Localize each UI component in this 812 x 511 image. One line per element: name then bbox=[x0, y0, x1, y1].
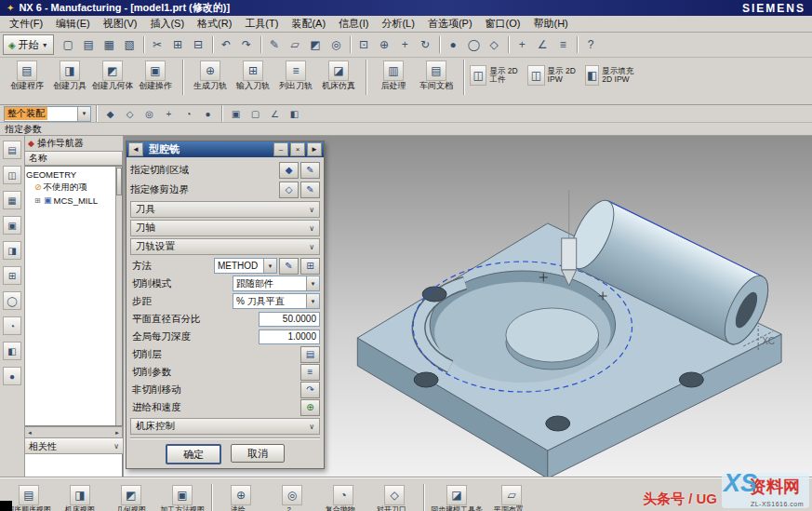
part-navigator-icon[interactable]: ▦ bbox=[3, 191, 21, 209]
wireframe-display-icon[interactable]: ◯ bbox=[464, 35, 484, 55]
feeds-and-speeds-icon[interactable]: ⊕ bbox=[300, 399, 320, 416]
create-operation-button[interactable]: ▣ 创建操作 bbox=[134, 60, 177, 90]
new-method-icon[interactable]: ⊞ bbox=[300, 258, 320, 275]
show-2d-workpiece-button[interactable]: ◫ 显示 2D 工件 bbox=[470, 60, 527, 86]
bottom-toolbar-button-10[interactable]: ▱ 平面布置... bbox=[486, 485, 537, 511]
snap-intersection-icon[interactable]: + bbox=[160, 105, 178, 122]
cut-levels-icon[interactable]: ▤ bbox=[300, 346, 320, 363]
input-toolpath-button[interactable]: ⊞ 输入刀轨 bbox=[232, 60, 274, 90]
help-icon[interactable]: ? bbox=[581, 35, 601, 55]
hole-icon[interactable]: ◎ bbox=[326, 35, 346, 55]
create-program-button[interactable]: ▤ 创建程序 bbox=[6, 60, 48, 90]
menu-file[interactable]: 文件(F) bbox=[3, 16, 49, 32]
menu-information[interactable]: 信息(I) bbox=[332, 16, 375, 32]
orient-view-icon[interactable]: ◇ bbox=[485, 35, 504, 55]
stepover-combo[interactable]: % 刀具平直 ▼ bbox=[233, 293, 320, 309]
dependencies-header[interactable]: 相关性 ∨ bbox=[25, 438, 123, 454]
wcs-dynamics-icon[interactable]: ∠ bbox=[266, 105, 284, 122]
menu-insert[interactable]: 插入(S) bbox=[143, 16, 191, 32]
snap-center-icon[interactable]: ◎ bbox=[140, 105, 158, 122]
undo-icon[interactable]: ↶ bbox=[217, 35, 236, 55]
create-tool-button[interactable]: ◨ 创建刀具 bbox=[48, 60, 91, 90]
select-trim-boundary-icon[interactable]: ◇ bbox=[279, 182, 299, 198]
dialog-back-icon[interactable]: ◄ bbox=[128, 142, 143, 156]
pan-icon[interactable]: + bbox=[395, 35, 415, 55]
dialog-forward-icon[interactable]: ► bbox=[307, 142, 322, 156]
menu-analysis[interactable]: 分析(L) bbox=[375, 16, 420, 32]
path-settings-section-header[interactable]: 刀轨设置 ∨ bbox=[130, 238, 320, 255]
menu-assemblies[interactable]: 装配(A) bbox=[285, 16, 332, 32]
roles-palette-icon[interactable]: ◧ bbox=[3, 342, 21, 360]
cut-pattern-caret-icon[interactable]: ▼ bbox=[306, 276, 319, 290]
open-file-icon[interactable]: ▤ bbox=[79, 35, 99, 55]
show-filled-2d-ipw-button[interactable]: ◧ 显示填充 2D IPW bbox=[585, 60, 643, 86]
layer-settings-icon[interactable]: ≡ bbox=[553, 35, 573, 55]
expander-icon[interactable]: ⊞ bbox=[34, 196, 42, 205]
snap-existing-point-icon[interactable]: ● bbox=[199, 105, 217, 122]
tree-vertical-scrollbar[interactable] bbox=[115, 167, 122, 425]
constraint-navigator-icon[interactable]: ◫ bbox=[3, 166, 21, 184]
menu-preferences[interactable]: 首选项(P) bbox=[421, 16, 479, 32]
edit-trim-boundary-icon[interactable]: ✎ bbox=[300, 182, 320, 198]
new-file-icon[interactable]: ▢ bbox=[59, 35, 78, 55]
cut-pattern-combo[interactable]: 跟随部件 ▼ bbox=[233, 276, 320, 291]
generate-toolpath-button[interactable]: ⊕ 生成刀轨 bbox=[189, 60, 232, 90]
tool-section-header[interactable]: 刀具 ∨ bbox=[130, 201, 320, 218]
snap-mid-icon[interactable]: ◇ bbox=[121, 105, 139, 122]
combo-caret-icon[interactable]: ▼ bbox=[77, 107, 90, 121]
bottom-toolbar-button-5[interactable]: ⊕ 进给... bbox=[216, 485, 266, 511]
machine-tool-navigator-icon[interactable]: ◨ bbox=[3, 241, 21, 260]
menu-format[interactable]: 格式(R) bbox=[191, 16, 238, 32]
reuse-library-icon[interactable]: ⊞ bbox=[3, 266, 21, 285]
show-2d-ipw-button[interactable]: ◫ 显示 2D IPW bbox=[527, 60, 585, 86]
machine-tool-view-button[interactable]: ◨ 机床视图 bbox=[55, 485, 105, 511]
snap-end-icon[interactable]: ◆ bbox=[101, 105, 119, 122]
tree-horizontal-scrollbar[interactable]: ◄ ► bbox=[25, 426, 123, 438]
menu-tools[interactable]: 工具(T) bbox=[238, 16, 285, 32]
name-column-header[interactable]: 名称 bbox=[25, 151, 123, 166]
assembly-navigator-icon[interactable]: ▤ bbox=[3, 141, 21, 159]
synchronous-modeling-toolbar-button[interactable]: ◪ 同步建模工具条 bbox=[428, 485, 486, 511]
tree-item-unused[interactable]: ⊘ 不使用的项 bbox=[26, 181, 115, 194]
graphics-window[interactable]: XC ◄ 型腔铣 – × ► 指定切削区域 ◆ ✎ bbox=[124, 136, 812, 477]
selection-scope-combo[interactable]: 整个装配 ▼ bbox=[4, 106, 91, 122]
machine-control-section-header[interactable]: 机床控制 ∨ bbox=[130, 418, 320, 435]
simulate-machine-button[interactable]: ◪ 机床仿真 bbox=[317, 60, 360, 90]
zoom-fit-icon[interactable]: ⊡ bbox=[354, 35, 374, 55]
cutting-tool-body[interactable] bbox=[562, 238, 577, 270]
sketch-icon[interactable]: ✎ bbox=[265, 35, 285, 55]
flat-diameter-percent-field[interactable]: 50.0000 bbox=[259, 312, 320, 327]
ok-button[interactable]: 确定 bbox=[166, 444, 221, 464]
copy-icon[interactable]: ⊞ bbox=[168, 35, 188, 55]
edge-rule-icon[interactable]: ▢ bbox=[246, 105, 264, 122]
save-icon[interactable]: ▦ bbox=[100, 35, 119, 55]
print-icon[interactable]: ▧ bbox=[120, 35, 140, 55]
create-geometry-button[interactable]: ◩ 创建几何体 bbox=[91, 60, 134, 90]
menu-edit[interactable]: 编辑(E) bbox=[49, 16, 97, 32]
scroll-left-icon[interactable]: ◄ bbox=[27, 430, 33, 436]
redo-icon[interactable]: ↷ bbox=[237, 35, 257, 55]
bottom-toolbar-button-8[interactable]: ◇ 对开刀口... bbox=[369, 485, 419, 511]
scroll-right-icon[interactable]: ► bbox=[114, 430, 120, 436]
operation-navigator-icon[interactable]: ▣ bbox=[3, 216, 21, 235]
tree-item-geometry[interactable]: GEOMETRY bbox=[26, 168, 115, 181]
non-cutting-moves-icon[interactable]: ↷ bbox=[300, 382, 320, 398]
snap-point-icon[interactable]: + bbox=[512, 35, 532, 55]
shaded-display-icon[interactable]: ● bbox=[444, 35, 463, 55]
menu-help[interactable]: 帮助(H) bbox=[526, 16, 574, 32]
measure-distance-icon[interactable]: ∠ bbox=[533, 35, 552, 55]
history-palette-icon[interactable]: ◔ bbox=[3, 316, 21, 335]
dialog-minimize-icon[interactable]: – bbox=[273, 142, 288, 156]
snap-quadrant-icon[interactable]: ◔ bbox=[180, 105, 197, 122]
system-materials-icon[interactable]: ● bbox=[3, 367, 21, 385]
machining-method-view-button[interactable]: ▣ 加工方法视图 bbox=[157, 485, 207, 511]
navigator-header[interactable]: ◆ 操作导航器 bbox=[25, 136, 123, 151]
shop-doc-button[interactable]: ▤ 车间文档 bbox=[415, 60, 458, 90]
corner-hole[interactable] bbox=[679, 372, 703, 387]
rotate-view-icon[interactable]: ↻ bbox=[416, 35, 435, 55]
tree-item-mcs-mill[interactable]: ⊞ ▣ MCS_MILL bbox=[26, 194, 115, 207]
method-combo[interactable]: METHOD ▼ bbox=[214, 258, 277, 274]
extrude-icon[interactable]: ◩ bbox=[306, 35, 326, 55]
edit-cut-area-icon[interactable]: ✎ bbox=[300, 162, 320, 179]
corner-hole[interactable] bbox=[546, 416, 570, 431]
